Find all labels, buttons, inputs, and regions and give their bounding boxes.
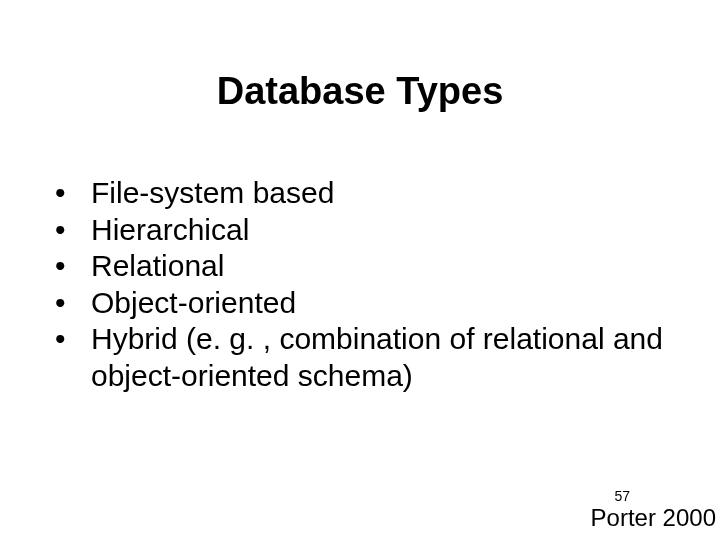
list-item: Relational: [55, 248, 680, 285]
bullet-list: File-system based Hierarchical Relationa…: [55, 175, 680, 395]
list-item: Hierarchical: [55, 212, 680, 249]
list-item: File-system based: [55, 175, 680, 212]
page-number: 57: [614, 488, 630, 504]
footer-text: Porter 2000: [591, 504, 716, 532]
slide: Database Types File-system based Hierarc…: [0, 0, 720, 540]
list-item: Object-oriented: [55, 285, 680, 322]
slide-title: Database Types: [0, 70, 720, 113]
list-item: Hybrid (e. g. , combination of relationa…: [55, 321, 680, 394]
slide-content: File-system based Hierarchical Relationa…: [55, 175, 680, 395]
